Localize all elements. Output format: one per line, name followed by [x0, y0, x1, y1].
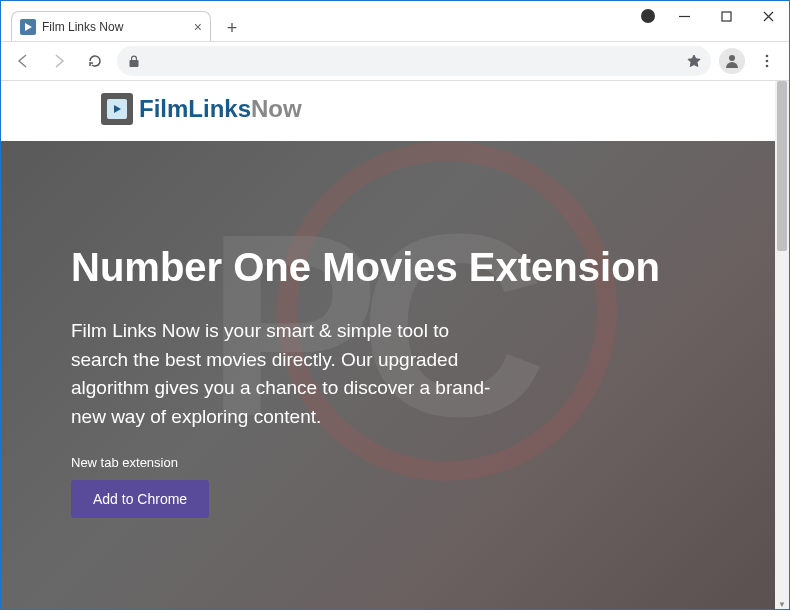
- hero-heading: Number One Movies Extension: [71, 241, 717, 293]
- minimize-button[interactable]: [663, 1, 705, 31]
- address-bar[interactable]: [117, 46, 711, 76]
- site-logo[interactable]: FilmLinksNow: [101, 93, 777, 125]
- svg-rect-2: [722, 12, 731, 21]
- bookmark-star-icon[interactable]: [687, 54, 701, 68]
- profile-avatar[interactable]: [719, 48, 745, 74]
- close-tab-icon[interactable]: ×: [194, 19, 202, 35]
- logo-text-2: Links: [188, 95, 251, 122]
- close-window-button[interactable]: [747, 1, 789, 31]
- lock-icon: [127, 54, 141, 68]
- back-button[interactable]: [9, 47, 37, 75]
- svg-marker-9: [114, 105, 121, 113]
- svg-marker-0: [25, 23, 32, 31]
- scroll-down-icon[interactable]: ▼: [775, 597, 789, 610]
- maximize-button[interactable]: [705, 1, 747, 31]
- web-page: FilmLinksNow PC Number One Movies Extens…: [1, 81, 777, 610]
- site-header: FilmLinksNow: [1, 81, 777, 141]
- tab-title: Film Links Now: [42, 20, 188, 34]
- add-to-chrome-button[interactable]: Add to Chrome: [71, 480, 209, 518]
- logo-text-3: Now: [251, 95, 302, 122]
- svg-point-8: [766, 65, 769, 68]
- browser-tab[interactable]: Film Links Now ×: [11, 11, 211, 41]
- browser-toolbar: [1, 41, 789, 81]
- svg-point-5: [729, 55, 735, 61]
- hero-subtext: New tab extension: [71, 455, 717, 470]
- page-viewport: FilmLinksNow PC Number One Movies Extens…: [1, 81, 789, 610]
- tab-strip: Film Links Now × +: [1, 11, 633, 41]
- svg-point-7: [766, 60, 769, 63]
- hero-section: PC Number One Movies Extension Film Link…: [1, 141, 777, 610]
- incognito-icon: [633, 1, 663, 31]
- window-titlebar: Film Links Now × +: [1, 1, 789, 41]
- browser-menu-button[interactable]: [753, 47, 781, 75]
- logo-icon: [101, 93, 133, 125]
- logo-text-1: Film: [139, 95, 188, 122]
- svg-point-6: [766, 55, 769, 58]
- hero-description: Film Links Now is your smart & simple to…: [71, 317, 501, 431]
- tab-favicon: [20, 19, 36, 35]
- scrollbar-thumb[interactable]: [777, 81, 787, 251]
- reload-button[interactable]: [81, 47, 109, 75]
- scrollbar-track[interactable]: ▼: [775, 81, 789, 610]
- new-tab-button[interactable]: +: [219, 15, 245, 41]
- forward-button[interactable]: [45, 47, 73, 75]
- window-controls: [633, 1, 789, 41]
